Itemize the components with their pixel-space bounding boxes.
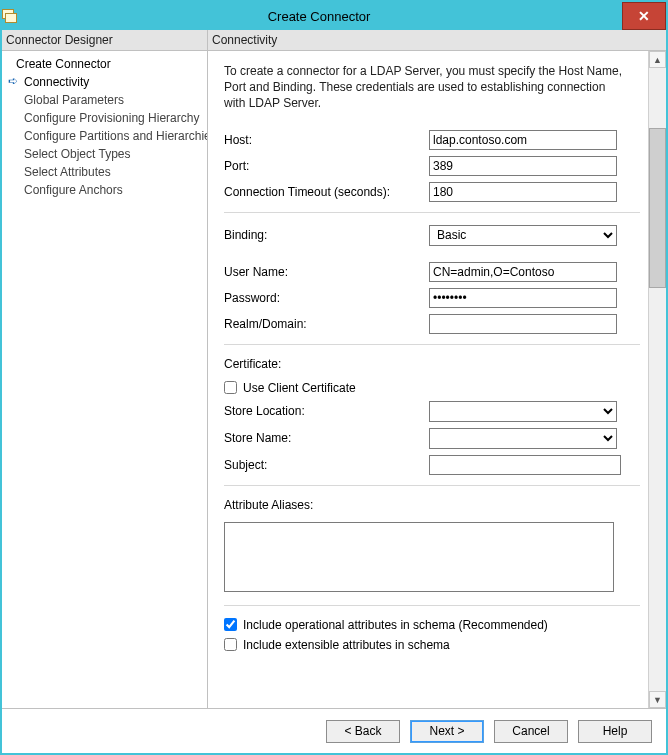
- nav-item-provisioning-hierarchy[interactable]: Configure Provisioning Hierarchy: [6, 109, 201, 127]
- use-client-cert-label: Use Client Certificate: [243, 381, 356, 395]
- back-button[interactable]: < Back: [326, 720, 400, 743]
- chevron-up-icon: ▲: [653, 55, 662, 65]
- aliases-section-label: Attribute Aliases:: [224, 498, 640, 512]
- right-panel-header: Connectivity: [208, 30, 666, 51]
- nav-item-partitions-hierarchies[interactable]: Configure Partitions and Hierarchies: [6, 127, 201, 145]
- nav-item-create-connector[interactable]: Create Connector: [6, 55, 201, 73]
- nav-item-connectivity[interactable]: ➪ Connectivity: [6, 73, 201, 91]
- footer: < Back Next > Cancel Help: [2, 708, 666, 753]
- divider: [224, 485, 640, 486]
- store-location-label: Store Location:: [224, 404, 429, 418]
- realm-input[interactable]: [429, 314, 617, 334]
- arrow-right-icon: ➪: [8, 75, 20, 87]
- left-panel: Connector Designer Create Connector ➪ Co…: [2, 30, 208, 708]
- divider: [224, 605, 640, 606]
- username-input[interactable]: [429, 262, 617, 282]
- left-panel-header: Connector Designer: [2, 30, 207, 51]
- divider: [224, 212, 640, 213]
- window-close-button[interactable]: ✕: [622, 2, 666, 30]
- nav-item-label: Create Connector: [16, 57, 111, 71]
- nav-item-object-types[interactable]: Select Object Types: [6, 145, 201, 163]
- password-label: Password:: [224, 291, 429, 305]
- certificate-section-label: Certificate:: [224, 357, 640, 371]
- nav-list: Create Connector ➪ Connectivity Global P…: [2, 51, 207, 708]
- host-label: Host:: [224, 133, 429, 147]
- nav-item-label: Configure Provisioning Hierarchy: [24, 111, 199, 125]
- scroll-down-button[interactable]: ▼: [649, 691, 666, 708]
- realm-label: Realm/Domain:: [224, 317, 429, 331]
- help-button[interactable]: Help: [578, 720, 652, 743]
- nav-item-select-attributes[interactable]: Select Attributes: [6, 163, 201, 181]
- store-name-label: Store Name:: [224, 431, 429, 445]
- scroll-thumb[interactable]: [649, 128, 666, 288]
- nav-item-label: Configure Partitions and Hierarchies: [24, 129, 207, 143]
- nav-item-configure-anchors[interactable]: Configure Anchors: [6, 181, 201, 199]
- port-input[interactable]: [429, 156, 617, 176]
- nav-item-label: Select Object Types: [24, 147, 131, 161]
- binding-select[interactable]: Basic: [429, 225, 617, 246]
- include-extensible-checkbox[interactable]: [224, 638, 237, 651]
- divider: [224, 344, 640, 345]
- vertical-scrollbar[interactable]: ▲ ▼: [648, 51, 666, 708]
- titlebar: Create Connector ✕: [2, 2, 666, 30]
- store-location-select[interactable]: [429, 401, 617, 422]
- include-operational-label: Include operational attributes in schema…: [243, 618, 548, 632]
- chevron-down-icon: ▼: [653, 695, 662, 705]
- right-panel: Connectivity To create a connector for a…: [208, 30, 666, 708]
- binding-label: Binding:: [224, 228, 429, 242]
- nav-item-label: Configure Anchors: [24, 183, 123, 197]
- subject-input[interactable]: [429, 455, 621, 475]
- scroll-track[interactable]: [649, 68, 666, 691]
- nav-item-label: Select Attributes: [24, 165, 111, 179]
- aliases-textarea[interactable]: [224, 522, 614, 592]
- include-extensible-label: Include extensible attributes in schema: [243, 638, 450, 652]
- nav-item-label: Global Parameters: [24, 93, 124, 107]
- subject-label: Subject:: [224, 458, 429, 472]
- password-input[interactable]: [429, 288, 617, 308]
- username-label: User Name:: [224, 265, 429, 279]
- port-label: Port:: [224, 159, 429, 173]
- cancel-button[interactable]: Cancel: [494, 720, 568, 743]
- app-icon: [2, 9, 16, 23]
- close-icon: ✕: [638, 8, 650, 24]
- timeout-label: Connection Timeout (seconds):: [224, 185, 429, 199]
- intro-text: To create a connector for a LDAP Server,…: [224, 63, 624, 112]
- host-input[interactable]: [429, 130, 617, 150]
- timeout-input[interactable]: [429, 182, 617, 202]
- nav-item-label: Connectivity: [24, 75, 89, 89]
- store-name-select[interactable]: [429, 428, 617, 449]
- include-operational-checkbox[interactable]: [224, 618, 237, 631]
- window-title: Create Connector: [16, 2, 622, 30]
- scroll-up-button[interactable]: ▲: [649, 51, 666, 68]
- form-content: To create a connector for a LDAP Server,…: [208, 51, 648, 708]
- use-client-cert-checkbox[interactable]: [224, 381, 237, 394]
- nav-item-global-parameters[interactable]: Global Parameters: [6, 91, 201, 109]
- next-button[interactable]: Next >: [410, 720, 484, 743]
